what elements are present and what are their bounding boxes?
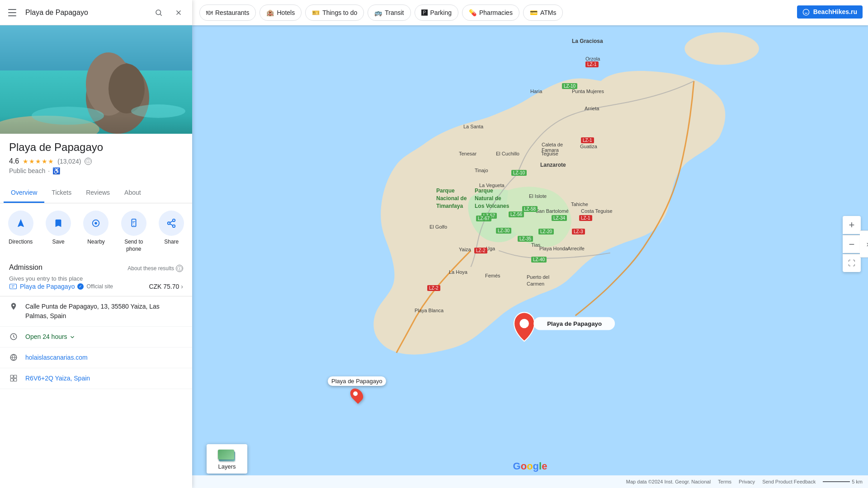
search-input-container xyxy=(25,9,147,17)
star-2: ★ xyxy=(29,158,35,165)
verified-badge: ✓ xyxy=(77,283,84,290)
filter-things-to-do[interactable]: 🎫 Things to do xyxy=(305,5,364,21)
svg-rect-24 xyxy=(10,375,13,378)
nearby-button[interactable] xyxy=(83,211,108,236)
admission-site-name: Playa de Papagayo xyxy=(20,283,75,290)
filter-pharmacies[interactable]: 💊 Pharmacies xyxy=(462,5,519,21)
hours-toggle[interactable]: Open 24 hours xyxy=(25,332,75,342)
save-action[interactable]: Save xyxy=(45,211,72,253)
svg-point-16 xyxy=(173,219,175,222)
svg-point-15 xyxy=(133,225,134,226)
svg-rect-27 xyxy=(14,379,17,381)
scale-bar: 5 km xyxy=(823,479,863,484)
save-button[interactable] xyxy=(46,211,71,236)
type-row: Public beach · ♿ xyxy=(9,167,183,174)
directions-action[interactable]: Directions xyxy=(7,211,34,253)
hours-row: Open 24 hours xyxy=(0,327,192,347)
pin-marker xyxy=(348,386,366,404)
beachhikes-watermark[interactable]: BeachHikes.ru xyxy=(797,5,863,19)
svg-point-18 xyxy=(173,225,175,228)
svg-point-29 xyxy=(684,32,759,65)
google-o1: o xyxy=(521,460,527,472)
plus-code-icon xyxy=(9,374,18,382)
layers-button[interactable]: Layers xyxy=(207,444,247,474)
things-to-do-icon: 🎫 xyxy=(312,9,320,16)
reviews-count[interactable]: (13,024) xyxy=(57,158,81,165)
zoom-out-button[interactable]: − xyxy=(843,235,861,253)
search-button[interactable] xyxy=(151,5,167,21)
rating-row: 4.6 ★ ★ ★ ★ ★ (13,024) ⓘ xyxy=(9,157,183,165)
svg-point-17 xyxy=(168,222,170,225)
send-to-phone-label: Send to phone xyxy=(124,239,143,253)
tab-overview[interactable]: Overview xyxy=(4,183,44,203)
hamburger-menu-button[interactable] xyxy=(5,5,22,21)
feedback-link[interactable]: Send Product Feedback xyxy=(762,479,816,484)
terms-link[interactable]: Terms xyxy=(718,479,731,484)
tab-tickets[interactable]: Tickets xyxy=(44,183,79,203)
fullscreen-button[interactable]: ⛶ xyxy=(843,254,861,272)
directions-label: Directions xyxy=(9,239,33,246)
filter-parking[interactable]: 🅿 Parking xyxy=(415,5,458,21)
share-label: Share xyxy=(164,239,179,246)
admission-section: Admission About these results ⓘ Gives yo… xyxy=(0,260,192,296)
save-label: Save xyxy=(52,239,64,246)
price-tag[interactable]: CZK 75.70 › xyxy=(149,283,183,290)
map-pin-papagayo[interactable]: Playa de Papagayo xyxy=(328,376,386,402)
star-1: ★ xyxy=(23,158,28,165)
location-icon xyxy=(9,302,18,310)
google-logo: G o o g l e xyxy=(513,460,547,472)
star-3: ★ xyxy=(35,158,41,165)
share-action[interactable]: Share xyxy=(158,211,185,253)
nearby-action[interactable]: Nearby xyxy=(82,211,109,253)
price-value: CZK 75.70 xyxy=(149,283,179,290)
hero-image[interactable] xyxy=(0,25,192,134)
plus-code-content: R6V6+2Q Yaiza, Spain xyxy=(25,374,183,383)
filter-restaurants[interactable]: 🍽 Restaurants xyxy=(199,5,256,21)
send-to-phone-action[interactable]: Send to phone xyxy=(120,211,147,253)
svg-line-19 xyxy=(170,224,173,225)
share-button[interactable] xyxy=(159,211,184,236)
place-info: Playa de Papagayo 4.6 ★ ★ ★ ★ ★ (13,024)… xyxy=(0,134,192,180)
filter-transit[interactable]: 🚌 Transit xyxy=(368,5,410,21)
about-results-icon[interactable]: ⓘ xyxy=(176,265,183,272)
filter-hotels[interactable]: 🏨 Hotels xyxy=(259,5,302,21)
admission-row: Playa de Papagayo ✓ Official site CZK 75… xyxy=(9,282,183,291)
admission-title: Admission xyxy=(9,263,42,272)
website-text[interactable]: holaislascanarias.com xyxy=(25,353,183,362)
close-search-button[interactable] xyxy=(170,5,187,21)
svg-point-10 xyxy=(32,107,104,125)
svg-rect-25 xyxy=(14,375,17,378)
send-to-phone-button[interactable] xyxy=(121,211,146,236)
website-row: holaislascanarias.com xyxy=(0,347,192,368)
svg-point-8 xyxy=(108,64,145,113)
tabs: Overview Tickets Reviews About xyxy=(0,183,192,203)
map-background[interactable]: 🍽 Restaurants 🏨 Hotels 🎫 Things to do 🚌 … xyxy=(192,0,868,488)
map-footer: Map data ©2024 Inst. Geogr. Nacional Ter… xyxy=(192,475,868,488)
star-4: ★ xyxy=(42,158,47,165)
svg-point-13 xyxy=(95,222,98,225)
filter-atms[interactable]: 💳 ATMs xyxy=(523,5,563,21)
layers-icon xyxy=(218,448,236,461)
place-name: Playa de Papagayo xyxy=(9,141,183,154)
tab-about[interactable]: About xyxy=(117,183,148,203)
map-topbar: 🍽 Restaurants 🏨 Hotels 🎫 Things to do 🚌 … xyxy=(192,0,868,25)
rating-info-icon[interactable]: ⓘ xyxy=(85,158,92,165)
watermark-text: BeachHikes.ru xyxy=(813,8,857,15)
google-g: G xyxy=(513,460,521,472)
about-results[interactable]: About these results ⓘ xyxy=(127,265,183,272)
svg-rect-21 xyxy=(10,284,17,289)
plus-code-text[interactable]: R6V6+2Q Yaiza, Spain xyxy=(25,374,183,383)
address-row: Calle Punta de Papagayo, 13, 35580 Yaiza… xyxy=(0,296,192,327)
restaurants-icon: 🍽 xyxy=(206,9,212,16)
nearby-label: Nearby xyxy=(87,239,105,246)
privacy-link[interactable]: Privacy xyxy=(739,479,755,484)
svg-point-9 xyxy=(0,116,99,134)
clock-icon xyxy=(9,333,18,341)
admission-link[interactable]: Playa de Papagayo ✓ Official site xyxy=(9,282,113,291)
tab-reviews[interactable]: Reviews xyxy=(79,183,117,203)
scale-label: 5 km xyxy=(852,479,863,484)
directions-button[interactable] xyxy=(8,211,33,236)
google-o2: o xyxy=(527,460,533,472)
zoom-in-button[interactable]: + xyxy=(843,216,861,234)
search-input[interactable] xyxy=(25,9,147,17)
